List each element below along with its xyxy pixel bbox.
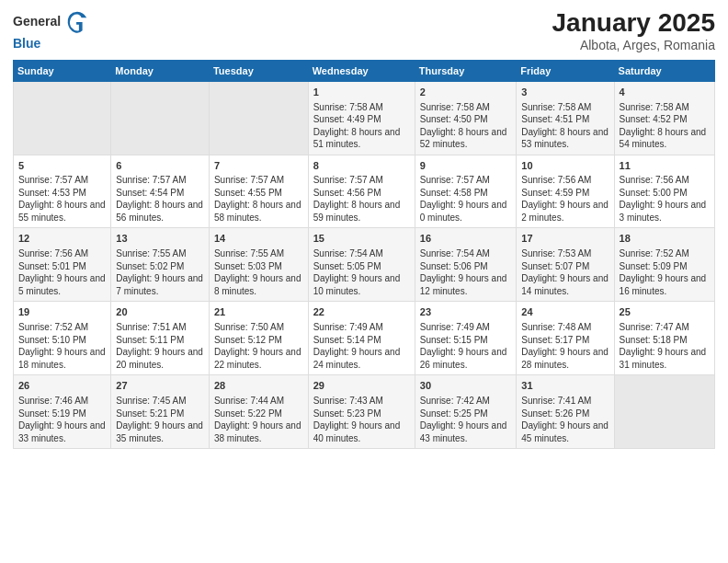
- calendar-cell: 28Sunrise: 7:44 AMSunset: 5:22 PMDayligh…: [209, 375, 308, 449]
- day-number: 29: [313, 379, 410, 393]
- sunset: Sunset: 5:12 PM: [214, 335, 282, 345]
- calendar-cell: 21Sunrise: 7:50 AMSunset: 5:12 PMDayligh…: [209, 302, 308, 375]
- day-number: 25: [620, 305, 710, 319]
- daylight-label: Daylight: 8 hours and 52 minutes.: [420, 127, 507, 150]
- daylight-label: Daylight: 8 hours and 59 minutes.: [313, 200, 401, 223]
- table-row: 1Sunrise: 7:58 AMSunset: 4:49 PMDaylight…: [14, 81, 715, 155]
- calendar-cell: 15Sunrise: 7:54 AMSunset: 5:05 PMDayligh…: [308, 228, 415, 302]
- day-number: 4: [620, 86, 710, 99]
- day-number: 24: [521, 305, 609, 319]
- calendar-cell: 5Sunrise: 7:57 AMSunset: 4:53 PMDaylight…: [14, 155, 111, 228]
- col-saturday: Saturday: [614, 60, 714, 81]
- sunset: Sunset: 4:56 PM: [313, 188, 381, 198]
- sunrise: Sunrise: 7:43 AM: [313, 396, 383, 406]
- daylight-label: Daylight: 9 hours and 35 minutes.: [116, 420, 203, 443]
- day-number: 1: [313, 86, 410, 99]
- header-row: Sunday Monday Tuesday Wednesday Thursday…: [14, 60, 715, 81]
- sunrise: Sunrise: 7:47 AM: [620, 322, 689, 332]
- daylight-label: Daylight: 9 hours and 43 minutes.: [420, 420, 507, 443]
- day-number: 31: [521, 379, 609, 393]
- sunrise: Sunrise: 7:41 AM: [521, 396, 591, 406]
- calendar-cell: 16Sunrise: 7:54 AMSunset: 5:06 PMDayligh…: [415, 228, 517, 302]
- day-number: 10: [521, 159, 609, 173]
- calendar-cell: 10Sunrise: 7:56 AMSunset: 4:59 PMDayligh…: [517, 155, 614, 228]
- calendar-cell: 24Sunrise: 7:48 AMSunset: 5:17 PMDayligh…: [517, 302, 614, 375]
- sunrise: Sunrise: 7:44 AM: [214, 396, 284, 406]
- day-number: 19: [18, 305, 106, 319]
- daylight-label: Daylight: 9 hours and 12 minutes.: [420, 273, 507, 296]
- sunrise: Sunrise: 7:58 AM: [620, 102, 689, 112]
- day-number: 9: [420, 159, 512, 173]
- daylight-label: Daylight: 9 hours and 14 minutes.: [521, 273, 609, 296]
- calendar-cell: 11Sunrise: 7:56 AMSunset: 5:00 PMDayligh…: [614, 155, 714, 228]
- daylight-label: Daylight: 9 hours and 38 minutes.: [214, 420, 301, 443]
- sunset: Sunset: 5:14 PM: [313, 335, 381, 345]
- daylight-label: Daylight: 9 hours and 45 minutes.: [521, 420, 609, 443]
- calendar-cell: 20Sunrise: 7:51 AMSunset: 5:11 PMDayligh…: [111, 302, 210, 375]
- day-number: 12: [18, 232, 106, 246]
- daylight-label: Daylight: 9 hours and 26 minutes.: [420, 347, 507, 370]
- sunrise: Sunrise: 7:57 AM: [116, 175, 186, 185]
- daylight-label: Daylight: 9 hours and 22 minutes.: [214, 347, 301, 370]
- sunset: Sunset: 4:50 PM: [420, 114, 488, 124]
- day-number: 11: [620, 159, 710, 173]
- day-number: 27: [116, 379, 204, 393]
- page: General Blue January 2025 Albota, Arges,…: [0, 0, 728, 563]
- day-number: 16: [420, 232, 512, 246]
- logo-blue: Blue: [13, 36, 40, 51]
- col-wednesday: Wednesday: [308, 60, 415, 81]
- sunrise: Sunrise: 7:52 AM: [620, 248, 689, 259]
- calendar-cell: 13Sunrise: 7:55 AMSunset: 5:02 PMDayligh…: [111, 228, 210, 302]
- calendar-cell: 14Sunrise: 7:55 AMSunset: 5:03 PMDayligh…: [209, 228, 308, 302]
- sunrise: Sunrise: 7:50 AM: [214, 322, 284, 332]
- sunrise: Sunrise: 7:56 AM: [521, 175, 591, 185]
- sunset: Sunset: 5:25 PM: [420, 408, 488, 419]
- daylight-label: Daylight: 9 hours and 0 minutes.: [420, 200, 507, 223]
- sunset: Sunset: 5:09 PM: [620, 261, 688, 271]
- sunset: Sunset: 4:54 PM: [116, 188, 184, 198]
- sunrise: Sunrise: 7:53 AM: [521, 248, 591, 259]
- sunrise: Sunrise: 7:58 AM: [313, 102, 383, 112]
- header: General Blue January 2025 Albota, Arges,…: [13, 9, 715, 52]
- day-number: 17: [521, 232, 609, 246]
- calendar-cell: 4Sunrise: 7:58 AMSunset: 4:52 PMDaylight…: [614, 81, 714, 155]
- sunset: Sunset: 5:06 PM: [420, 261, 488, 271]
- daylight-label: Daylight: 9 hours and 3 minutes.: [620, 200, 707, 223]
- daylight-label: Daylight: 9 hours and 20 minutes.: [116, 347, 203, 370]
- daylight-label: Daylight: 9 hours and 33 minutes.: [18, 420, 106, 443]
- logo-general: General: [13, 15, 61, 29]
- calendar-cell: 26Sunrise: 7:46 AMSunset: 5:19 PMDayligh…: [14, 375, 111, 449]
- sunset: Sunset: 4:53 PM: [18, 188, 86, 198]
- calendar-cell: 3Sunrise: 7:58 AMSunset: 4:51 PMDaylight…: [517, 81, 614, 155]
- table-row: 12Sunrise: 7:56 AMSunset: 5:01 PMDayligh…: [14, 228, 715, 302]
- calendar-cell: [614, 375, 714, 449]
- table-row: 26Sunrise: 7:46 AMSunset: 5:19 PMDayligh…: [14, 375, 715, 449]
- day-number: 14: [214, 232, 303, 246]
- title-block: January 2025 Albota, Arges, Romania: [552, 9, 715, 52]
- daylight-label: Daylight: 8 hours and 55 minutes.: [18, 200, 106, 223]
- calendar-cell: 2Sunrise: 7:58 AMSunset: 4:50 PMDaylight…: [415, 81, 517, 155]
- sunrise: Sunrise: 7:58 AM: [420, 102, 490, 112]
- calendar-cell: [14, 81, 111, 155]
- calendar-cell: 30Sunrise: 7:42 AMSunset: 5:25 PMDayligh…: [415, 375, 517, 449]
- daylight-label: Daylight: 9 hours and 16 minutes.: [620, 273, 707, 296]
- daylight-label: Daylight: 8 hours and 53 minutes.: [521, 127, 609, 150]
- calendar-cell: 6Sunrise: 7:57 AMSunset: 4:54 PMDaylight…: [111, 155, 210, 228]
- sunset: Sunset: 5:02 PM: [116, 261, 184, 271]
- sunrise: Sunrise: 7:56 AM: [620, 175, 689, 185]
- daylight-label: Daylight: 8 hours and 56 minutes.: [116, 200, 203, 223]
- sunrise: Sunrise: 7:56 AM: [18, 248, 88, 259]
- day-number: 3: [521, 86, 609, 99]
- sunrise: Sunrise: 7:48 AM: [521, 322, 591, 332]
- day-number: 7: [214, 159, 303, 173]
- sunset: Sunset: 5:01 PM: [18, 261, 86, 271]
- sunset: Sunset: 5:19 PM: [18, 408, 86, 419]
- col-friday: Friday: [517, 60, 614, 81]
- day-number: 15: [313, 232, 410, 246]
- daylight-label: Daylight: 9 hours and 8 minutes.: [214, 273, 301, 296]
- sunrise: Sunrise: 7:49 AM: [313, 322, 383, 332]
- daylight-label: Daylight: 9 hours and 18 minutes.: [18, 347, 106, 370]
- day-number: 22: [313, 305, 410, 319]
- daylight-label: Daylight: 9 hours and 24 minutes.: [313, 347, 401, 370]
- day-number: 21: [214, 305, 303, 319]
